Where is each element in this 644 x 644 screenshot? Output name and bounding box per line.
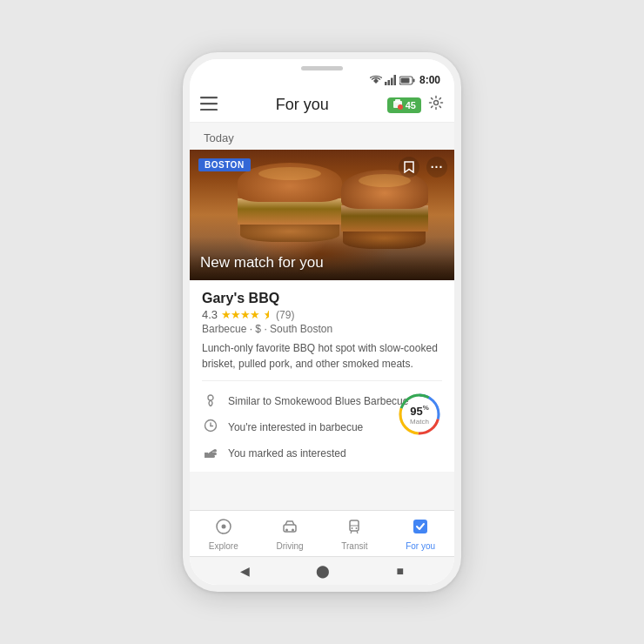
notification-icon	[392, 99, 403, 111]
android-home[interactable]: ⬤	[316, 564, 330, 578]
app-bar: For you 45	[190, 88, 454, 123]
svg-rect-2	[387, 80, 390, 85]
svg-rect-6	[413, 78, 414, 82]
card-image: BOSTON ··· New match for you	[190, 150, 454, 280]
review-count: (79)	[276, 309, 294, 321]
bottom-nav: Explore Driving	[190, 510, 454, 556]
nav-transit[interactable]: Transit	[332, 516, 376, 553]
bun-top-left	[238, 163, 342, 202]
svg-point-15	[208, 395, 213, 400]
phone-shell: 8:00 For you 45	[183, 52, 461, 592]
restaurant-card: BOSTON ··· New match for you	[190, 150, 454, 472]
app-title: For you	[225, 96, 380, 114]
section-today: Today	[190, 123, 454, 150]
match-percent: 95%	[410, 405, 429, 418]
notch-pill	[301, 66, 343, 70]
svg-point-27	[285, 529, 288, 532]
svg-rect-1	[385, 82, 387, 85]
svg-rect-10	[200, 109, 218, 111]
feed-scroll-area[interactable]: Today BOSTON	[190, 123, 454, 510]
svg-point-13	[398, 104, 403, 110]
svg-rect-12	[395, 99, 400, 103]
nav-for-you-label: For you	[406, 541, 435, 551]
svg-point-25	[221, 525, 225, 529]
reason-icon-2	[202, 419, 219, 436]
bun-filling-right	[341, 205, 428, 231]
app-bar-actions: 45	[387, 95, 444, 115]
stars: ★★★★	[221, 308, 259, 321]
match-circle: 95% Match	[397, 392, 442, 437]
android-nav: ◀ ⬤ ■	[190, 556, 454, 585]
driving-icon	[281, 518, 299, 540]
bookmark-button[interactable]	[399, 157, 419, 178]
nav-transit-label: Transit	[341, 541, 367, 551]
reasons-section: Similar to Smokewood Blues Barbecue You'…	[190, 381, 454, 472]
for-you-icon	[412, 518, 429, 540]
rating-row: 4.3 ★★★★ ⯨ (79)	[202, 308, 442, 321]
svg-point-31	[352, 527, 353, 529]
svg-rect-3	[391, 78, 393, 86]
wifi-icon	[370, 75, 382, 85]
match-ring-wrap: 95% Match	[397, 392, 442, 437]
bun-filling-left	[238, 198, 342, 225]
android-recents[interactable]: ■	[396, 564, 403, 578]
reason-text-1: Similar to Smokewood Blues Barbecue	[228, 395, 408, 407]
settings-button[interactable]	[428, 95, 444, 115]
svg-rect-26	[284, 525, 296, 532]
status-time: 8:00	[419, 74, 440, 86]
reason-icon-1	[202, 392, 219, 410]
svg-rect-9	[200, 103, 218, 104]
nav-driving[interactable]: Driving	[267, 516, 312, 553]
phone-notch	[190, 59, 454, 72]
restaurant-description: Lunch-only favorite BBQ hot spot with sl…	[202, 340, 442, 372]
reason-icon-3	[202, 445, 219, 462]
nav-explore[interactable]: Explore	[200, 516, 247, 553]
menu-button[interactable]	[200, 95, 218, 115]
restaurant-meta: Barbecue · $ · South Boston	[202, 323, 442, 335]
reason-row-3: You marked as interested	[202, 440, 442, 466]
half-star: ⯨	[263, 310, 272, 320]
card-body: Gary's BBQ 4.3 ★★★★ ⯨ (79) Barbecue · $ …	[190, 280, 454, 372]
match-text: 95% Match	[410, 404, 429, 426]
restaurant-name: Gary's BBQ	[202, 291, 442, 306]
svg-point-14	[434, 101, 439, 105]
status-bar: 8:00	[190, 72, 454, 88]
card-action-icons: ···	[399, 157, 447, 178]
svg-rect-8	[200, 97, 218, 98]
card-headline: New match for you	[200, 254, 444, 272]
svg-point-28	[292, 529, 294, 532]
notification-badge[interactable]: 45	[387, 97, 421, 113]
svg-point-32	[356, 527, 358, 529]
nav-driving-label: Driving	[276, 541, 303, 551]
explore-icon	[215, 518, 232, 540]
more-options-button[interactable]: ···	[426, 157, 447, 178]
nav-explore-label: Explore	[209, 541, 238, 551]
svg-rect-4	[393, 75, 396, 85]
reason-text-2: You're interested in barbecue	[228, 421, 363, 433]
signal-icon	[385, 75, 397, 85]
percent-symbol: %	[423, 404, 429, 412]
match-percent-value: 95	[410, 405, 422, 418]
svg-rect-7	[400, 77, 409, 83]
nav-for-you[interactable]: For you	[397, 516, 444, 553]
reason-text-3: You marked as interested	[228, 447, 346, 460]
card-overlay: New match for you	[190, 237, 454, 280]
notification-count: 45	[406, 100, 416, 111]
location-tag: BOSTON	[198, 158, 251, 171]
android-back[interactable]: ◀	[240, 564, 250, 578]
svg-marker-0	[373, 78, 379, 84]
battery-icon	[399, 76, 415, 85]
status-icons	[370, 75, 415, 85]
svg-rect-33	[413, 520, 427, 533]
rating-number: 4.3	[202, 308, 218, 321]
match-label: Match	[410, 419, 429, 426]
transit-icon	[345, 518, 363, 540]
